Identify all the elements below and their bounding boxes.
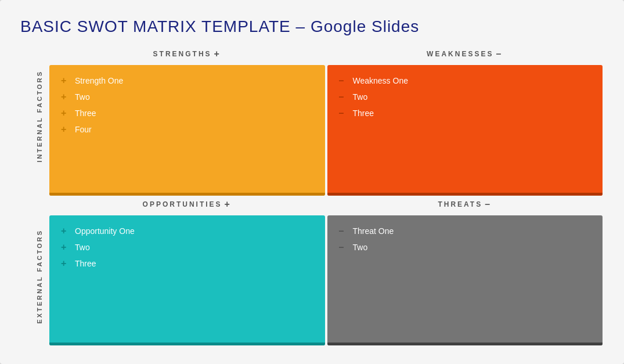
internal-factors-label: INTERNAL FACTORS — [33, 70, 46, 163]
plus-icon: + — [61, 226, 69, 236]
weaknesses-bar — [327, 193, 603, 196]
slide: BASIC SWOT MATRIX TEMPLATE – Google Slid… — [0, 0, 624, 364]
threats-quadrant: –Threat One –Two — [327, 215, 603, 346]
opportunities-bar — [49, 343, 325, 345]
external-factors-label: EXTERNAL FACTORS — [33, 229, 46, 324]
weaknesses-quadrant: –Weakness One –Two –Three — [327, 65, 603, 196]
plus-icon: + — [61, 92, 69, 102]
weaknesses-header: WEAKNESSES – — [326, 46, 604, 64]
strengths-bar — [49, 193, 325, 196]
list-item: –Weakness One — [339, 75, 591, 86]
opportunities-list: +Opportunity One +Two +Three — [61, 226, 313, 269]
minus-icon: – — [339, 108, 347, 118]
list-item: –Three — [339, 108, 591, 118]
list-item: +Strength One — [61, 75, 313, 86]
threats-bar — [327, 343, 603, 345]
threats-header: THREATS – — [326, 197, 604, 214]
strengths-list: +Strength One +Two +Three +Four — [61, 75, 313, 135]
minus-icon: – — [339, 75, 347, 86]
list-item: –Threat One — [339, 226, 591, 236]
minus-icon: – — [339, 226, 347, 236]
threats-list: –Threat One –Two — [339, 226, 591, 253]
page-title: BASIC SWOT MATRIX TEMPLATE – Google Slid… — [20, 17, 604, 36]
list-item: +Four — [61, 124, 313, 135]
weaknesses-list: –Weakness One –Two –Three — [339, 75, 591, 118]
strengths-quadrant: +Strength One +Two +Three +Four — [49, 65, 325, 196]
opportunities-header: OPPORTUNITIES + — [48, 197, 326, 214]
opportunities-quadrant: +Opportunity One +Two +Three — [49, 215, 325, 346]
list-item: +Two — [61, 92, 313, 102]
matrix-grid: STRENGTHS + WEAKNESSES – +Strength One +… — [48, 46, 604, 347]
external-factor-label-spacer — [20, 206, 33, 347]
internal-factor-label-spacer — [20, 46, 33, 188]
row-labels — [20, 46, 33, 347]
plus-icon: + — [61, 258, 69, 269]
minus-icon: – — [339, 242, 347, 253]
list-item: +Two — [61, 242, 313, 253]
list-item: +Opportunity One — [61, 226, 313, 236]
plus-icon: + — [61, 75, 69, 86]
list-item: –Two — [339, 242, 591, 253]
matrix-container: INTERNAL FACTORS EXTERNAL FACTORS STRENG… — [20, 46, 604, 347]
plus-icon: + — [61, 124, 69, 135]
minus-icon: – — [339, 92, 347, 102]
plus-icon: + — [61, 242, 69, 253]
list-item: +Three — [61, 258, 313, 269]
list-item: –Two — [339, 92, 591, 102]
list-item: +Three — [61, 108, 313, 118]
strengths-header: STRENGTHS + — [48, 46, 326, 64]
plus-icon: + — [61, 108, 69, 118]
